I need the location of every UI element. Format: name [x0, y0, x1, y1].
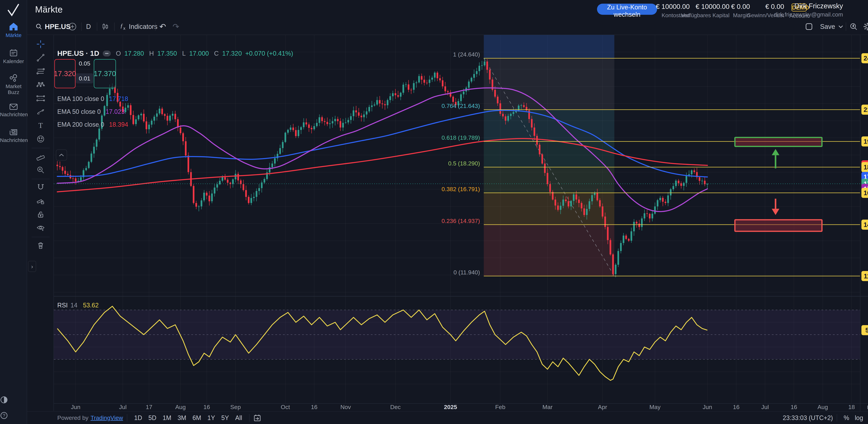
svg-text:16.791: 16.791 — [864, 190, 868, 197]
range-button-all[interactable]: All — [233, 414, 245, 422]
svg-text:Sep: Sep — [230, 404, 241, 410]
log-scale-button[interactable]: log — [852, 414, 866, 422]
left-nav: Märkte Kalender Market Buzz Nachrichten … — [0, 0, 27, 424]
indicator-row-ema200[interactable]: EMA 200 close 0 18.394 — [57, 121, 128, 128]
nav-item-kalender[interactable]: Kalender — [0, 49, 27, 64]
trend-line-tool-button[interactable] — [35, 52, 46, 63]
range-button-1y[interactable]: 1Y — [205, 414, 218, 422]
calendar-icon — [9, 49, 18, 57]
collapse-legend-button[interactable] — [56, 149, 67, 161]
clock-timezone-button[interactable]: 23:33:03 (UTC+2) — [783, 414, 833, 422]
remove-drawings-button[interactable] — [35, 240, 46, 251]
nav-item-maerkte[interactable]: Märkte — [0, 22, 27, 38]
emoji-tool-button[interactable] — [35, 134, 46, 144]
tradingview-link[interactable]: TradingView — [91, 415, 123, 421]
rsi-value: 53.62 — [83, 302, 99, 309]
smiley-icon — [36, 135, 45, 143]
xabcd-pattern-icon — [36, 81, 45, 89]
rsi-legend[interactable]: RSI 14 53.62 — [57, 302, 99, 309]
drawing-toolbar: T › — [27, 35, 54, 411]
expand-toolbar-button[interactable]: › — [28, 261, 36, 272]
auto-scale-button[interactable]: auto — [866, 414, 868, 422]
toolbar-divider — [32, 237, 50, 237]
range-button-3m[interactable]: 3M — [175, 414, 189, 422]
help-button[interactable]: ? — [0, 412, 27, 420]
magnet-icon — [36, 183, 45, 192]
magnet-tool-button[interactable] — [35, 182, 46, 193]
drawing-lock-mode-button[interactable] — [35, 196, 46, 206]
trend-line-icon — [36, 54, 45, 62]
position-tool-button[interactable] — [35, 93, 46, 104]
legend-symbol[interactable]: HPE.US · 1D — [57, 49, 99, 58]
range-button-6m[interactable]: 6M — [190, 414, 204, 422]
hide-drawings-button[interactable] — [35, 223, 46, 233]
svg-text:Feb: Feb — [495, 404, 505, 410]
range-button-5d[interactable]: 5D — [146, 414, 159, 422]
tick-size-value: 0.01 — [76, 73, 93, 83]
nav-item-market-buzz[interactable]: Market Buzz — [0, 74, 27, 95]
svg-text:11.940: 11.940 — [864, 273, 868, 280]
available-capital: € 10000.00 Verfügbares Kapital — [681, 3, 730, 19]
brush-tool-button[interactable] — [35, 107, 46, 117]
sell-button[interactable]: 17.320 — [54, 59, 75, 88]
range-button-1m[interactable]: 1M — [160, 414, 174, 422]
pattern-tool-button[interactable] — [35, 79, 46, 90]
svg-text:0.5 (18.290): 0.5 (18.290) — [448, 160, 480, 167]
switch-to-live-account-button[interactable]: Zu Live-Konto wechseln — [597, 4, 657, 15]
save-dropdown-button[interactable] — [838, 18, 843, 35]
low-value: 17.000 — [189, 50, 209, 57]
pencil-lock-icon — [36, 197, 45, 205]
chart-style-button[interactable] — [101, 18, 109, 35]
svg-text:0 (11.940): 0 (11.940) — [454, 269, 480, 276]
symbol-name: HPE.US — [45, 23, 71, 31]
nav-item-nachrichten-news[interactable]: Nachrichten — [0, 128, 27, 143]
nav-item-nachrichten-mail[interactable]: Nachrichten — [0, 103, 27, 117]
redo-button[interactable]: ↷ — [173, 18, 179, 35]
indicators-button[interactable]: ƒx Indicators — [119, 18, 157, 35]
go-to-date-button[interactable] — [253, 414, 261, 422]
svg-text:16: 16 — [733, 404, 740, 410]
app-logo-icon[interactable] — [7, 3, 20, 17]
svg-text:?: ? — [3, 413, 5, 418]
svg-text:16: 16 — [204, 404, 210, 410]
toolbar-divider — [155, 22, 156, 31]
quick-scan-button[interactable] — [849, 18, 858, 35]
compare-add-button[interactable] — [68, 18, 76, 35]
percent-scale-button[interactable]: % — [841, 414, 852, 422]
symbol-toolbar: HPE.US D ƒx Indicators ↶ ↷ — [27, 18, 868, 35]
svg-text:1 (24.640): 1 (24.640) — [453, 51, 480, 58]
layout-select-button[interactable] — [805, 18, 813, 35]
candlestick-icon — [101, 23, 109, 30]
buy-button[interactable]: 17.370 — [94, 59, 116, 88]
top-header: Märkte Zu Live-Konto wechseln € 10000.00… — [27, 0, 868, 18]
range-button-5y[interactable]: 5Y — [219, 414, 231, 422]
horizontal-lines-tool-button[interactable] — [35, 66, 46, 77]
ruler-icon — [36, 152, 45, 161]
settings-button[interactable] — [863, 18, 868, 35]
lock-all-drawings-button[interactable] — [35, 209, 46, 220]
legend-collapse-pill[interactable] — [103, 51, 111, 56]
powered-by-label: Powered by — [57, 415, 89, 421]
chart-canvas[interactable]: 1 (24.640)0.764 (21.643)0.618 (19.789)0.… — [0, 0, 868, 424]
interval-button[interactable]: D — [86, 18, 91, 35]
zoom-in-tool-button[interactable] — [35, 165, 46, 175]
price-axis: 26.00025.00024.00023.00022.00021.00020.0… — [861, 32, 868, 387]
theme-contrast-button[interactable] — [0, 396, 27, 404]
svg-text:21.643: 21.643 — [864, 106, 868, 113]
indicator-row-ema100[interactable]: EMA 100 close 0 17.718 — [57, 95, 128, 103]
undo-button[interactable]: ↶ — [159, 18, 166, 35]
range-buttons: 1D5D1M3M6M1Y5YAll — [131, 414, 245, 422]
svg-text:Aug: Aug — [817, 404, 828, 410]
indicator-row-ema50[interactable]: EMA 50 close 0 17.023 — [57, 108, 125, 115]
nav-item-label: Märkte — [0, 32, 27, 38]
toolbar-divider — [114, 22, 115, 31]
cursor-tool-button[interactable] — [35, 39, 46, 50]
save-button[interactable]: Save — [820, 18, 835, 35]
svg-text:May: May — [649, 404, 660, 410]
text-tool-button[interactable]: T — [35, 120, 46, 131]
range-button-1d[interactable]: 1D — [132, 414, 145, 422]
symbol-search-button[interactable]: HPE.US — [35, 18, 71, 35]
svg-text:24.640: 24.640 — [864, 55, 868, 62]
measure-tool-button[interactable] — [35, 151, 46, 162]
search-icon — [35, 23, 42, 30]
